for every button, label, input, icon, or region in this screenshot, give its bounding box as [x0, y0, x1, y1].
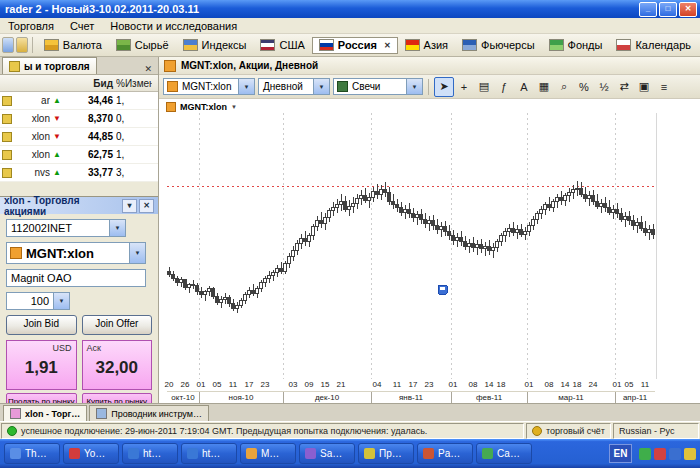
percent-icon[interactable]: % [574, 77, 594, 97]
market-tab[interactable]: Календарь [609, 37, 698, 54]
ask-price-box[interactable]: Аск 32,00 [82, 340, 153, 390]
market-tab[interactable]: Индексы [176, 37, 254, 54]
chevron-down-icon[interactable]: ▼ [231, 104, 237, 110]
menu-item[interactable]: Новости и исследования [110, 20, 237, 32]
chevron-down-icon[interactable]: ▼ [109, 220, 125, 236]
statusbar: успешное подключение: 29-июн-2011 7:19:0… [0, 421, 700, 439]
left-panel: ы и торговля ✕ Бид %Измен ar▲34,461,xlon… [0, 57, 158, 403]
axis-day-label: 23 [261, 380, 270, 389]
menu-item[interactable]: Торговля [8, 20, 54, 32]
watchlist-row[interactable]: ar▲34,461, [0, 92, 158, 110]
trade-panel-body: 112002INET ▼ MGNT:xlon ▼ Magnit OAO 100 … [0, 214, 158, 416]
maximize-button[interactable]: □ [659, 2, 677, 17]
market-flag-icon [44, 39, 59, 51]
watchlist-row[interactable]: nvs▲33,773, [0, 164, 158, 182]
layout-icon[interactable]: ▣ [634, 77, 654, 97]
chart-style-combo[interactable]: Свечи ▼ [333, 78, 423, 95]
chart-window-header[interactable]: MGNT:xlon, Акции, Дневной [159, 57, 700, 75]
taskbar-button[interactable]: ht… [181, 443, 237, 464]
bid-value: 33,77 [64, 167, 116, 178]
chevron-down-icon[interactable]: ▼ [53, 293, 69, 309]
chevron-down-icon[interactable]: ▼ [129, 243, 145, 263]
quantity-combo[interactable]: 100 ▼ [6, 292, 70, 310]
pin-icon[interactable]: ▾ [122, 199, 137, 213]
pointer-icon[interactable]: ➤ [434, 77, 454, 97]
join-offer-button[interactable]: Join Offer [82, 315, 153, 335]
market-tab[interactable]: США [253, 37, 311, 54]
titlebar[interactable]: rader 2 - Новый3-10.02.2011-20.03.11 _ □… [0, 0, 700, 18]
tray-icon[interactable] [669, 448, 681, 460]
axis-day-label: 01 [525, 380, 534, 389]
axis-month-label: мар-11 [558, 393, 583, 402]
market-tab[interactable]: Фонды [542, 37, 610, 54]
watchlist-header[interactable]: Бид %Измен [0, 75, 158, 92]
close-button[interactable]: ✕ [679, 2, 697, 17]
series-chip-label[interactable]: MGNT:xlon [180, 102, 227, 112]
indicator-icon[interactable]: ƒ [494, 77, 514, 97]
column-change[interactable]: %Измен [116, 78, 152, 89]
change-value: 0, [116, 113, 152, 124]
bid-price-box[interactable]: USD 1,91 [6, 340, 77, 390]
print-icon[interactable]: ≡ [654, 77, 674, 97]
annotation-icon[interactable]: A [514, 77, 534, 97]
chart-period-combo[interactable]: Дневной ▼ [258, 78, 330, 95]
tray-icon[interactable] [684, 448, 696, 460]
market-tab[interactable]: Азия [398, 37, 455, 54]
dock-tab[interactable]: xlon - Торг… [3, 405, 87, 421]
chevron-down-icon[interactable]: ▼ [313, 79, 329, 94]
market-tab[interactable]: Валюта [37, 37, 109, 54]
grid-icon[interactable]: ▦ [534, 77, 554, 97]
candlestick-chart[interactable] [167, 113, 655, 379]
taskbar-button[interactable]: M… [240, 443, 296, 464]
menu-item[interactable]: Счет [70, 20, 94, 32]
taskbar-button[interactable]: ht… [122, 443, 178, 464]
dock-tab[interactable]: Проводник инструм… [89, 405, 209, 421]
zoom-in-icon[interactable]: ⌕ [554, 77, 574, 97]
accounts-icon[interactable] [2, 37, 14, 53]
trade-panel-close-icon[interactable]: ✕ [139, 199, 154, 213]
taskbar-button[interactable]: Пр… [358, 443, 414, 464]
tray-icon[interactable] [654, 448, 666, 460]
market-tab[interactable]: Россия✕ [312, 37, 398, 54]
portfolio-icon[interactable] [16, 37, 28, 53]
minimize-button[interactable]: _ [639, 2, 657, 17]
compare-icon[interactable]: ⇄ [614, 77, 634, 97]
watchlist-row[interactable]: xlon▼44,850, [0, 128, 158, 146]
column-bid[interactable]: Бид [64, 78, 116, 89]
watchlist-tab[interactable]: ы и торговля [2, 57, 97, 74]
taskbar-button[interactable]: Th… [4, 443, 60, 464]
bid-value: 8,370 [64, 113, 116, 124]
toolbar-separator [428, 79, 429, 95]
crosshair-icon[interactable]: + [454, 77, 474, 97]
instrument-field[interactable]: Magnit OAO [6, 269, 146, 287]
watchlist-row[interactable]: xlon▼8,3700, [0, 110, 158, 128]
market-tab[interactable]: Фьючерсы [455, 37, 541, 54]
chart-symbol-value: MGNT:xlon [178, 81, 238, 92]
chart-symbol-combo[interactable]: MGNT:xlon ▼ [163, 78, 255, 95]
chevron-down-icon[interactable]: ▼ [238, 79, 254, 94]
axis-day-label: 05 [625, 380, 634, 389]
join-bid-button[interactable]: Join Bid [6, 315, 77, 335]
taskbar-button[interactable]: Pa… [417, 443, 473, 464]
market-tab[interactable]: Сырьё [109, 37, 176, 54]
trade-panel-titlebar[interactable]: xlon - Торговля акциями ▾ ✕ [0, 197, 158, 214]
taskbar-button[interactable]: Са… [476, 443, 532, 464]
symbol-combo[interactable]: MGNT:xlon ▼ [6, 242, 146, 264]
watchlist-close-icon[interactable]: ✕ [140, 64, 156, 74]
tray-icon[interactable] [639, 448, 651, 460]
taskbar-button[interactable]: Sa… [299, 443, 355, 464]
taskbar-button-label: Pa… [438, 448, 460, 459]
axis-month-label: ноя-10 [229, 393, 254, 402]
data-window-icon[interactable]: ▤ [474, 77, 494, 97]
system-tray [635, 448, 696, 460]
account-combo[interactable]: 112002INET ▼ [6, 219, 126, 237]
taskbar-button[interactable]: Yo… [63, 443, 119, 464]
chevron-down-icon[interactable]: ▼ [406, 79, 422, 94]
chart-plot[interactable] [167, 113, 655, 379]
market-flag-icon [183, 39, 198, 51]
close-tab-icon[interactable]: ✕ [384, 41, 391, 50]
market-tab-label: Сырьё [135, 39, 169, 51]
fraction-icon[interactable]: ½ [594, 77, 614, 97]
watchlist-row[interactable]: xlon▲62,751, [0, 146, 158, 164]
language-indicator[interactable]: EN [609, 444, 632, 463]
